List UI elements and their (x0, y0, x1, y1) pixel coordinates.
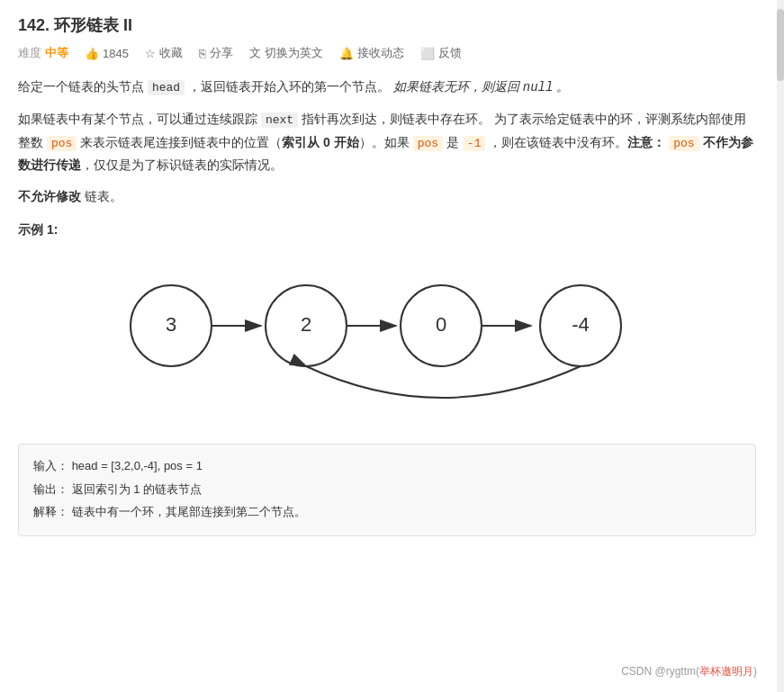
desc-note: 注意： (627, 135, 665, 149)
input-value: head = [3,2,0,-4], pos = 1 (72, 459, 203, 472)
desc-p1-null: null (523, 79, 554, 94)
explain-line: 解释： 链表中有一个环，其尾部连接到第二个节点。 (33, 501, 741, 522)
like-icon: 👍 (85, 47, 99, 60)
feedback-icon: ⬜ (420, 47, 435, 60)
feedback-label: 反馈 (438, 45, 462, 61)
translate-icon: 文 (249, 45, 261, 61)
share-item[interactable]: ⎘ 分享 (199, 45, 233, 61)
difficulty-item: 难度 中等 (18, 45, 68, 61)
bell-icon: 🔔 (339, 47, 354, 60)
svg-text:2: 2 (301, 313, 311, 336)
desc-bold-index: 索引从 0 开始 (282, 135, 359, 149)
notify-item[interactable]: 🔔 接收动态 (339, 45, 404, 61)
output-line: 输出： 返回索引为 1 的链表节点 (33, 479, 741, 499)
problem-title: 142. 环形链表 II (18, 14, 756, 36)
star-icon: ☆ (145, 47, 156, 60)
desc-pos-code: pos (47, 136, 77, 151)
desc-p1-code: head (148, 80, 185, 95)
watermark-prefix: CSDN @rygttm( (621, 665, 699, 678)
desc-para1: 给定一个链表的头节点 head ，返回链表开始入环的第一个节点。 如果链表无环，… (18, 76, 756, 99)
desc-para3: 不允许修改 链表。 (18, 185, 756, 208)
explain-value: 链表中有一个环，其尾部连接到第二个节点。 (72, 505, 306, 518)
csdn-watermark: CSDN @rygttm(举杯邀明月) (621, 664, 757, 679)
watermark-suffix: ) (753, 665, 757, 678)
explain-label: 解释： (33, 505, 68, 518)
desc-neg1-code: -1 (463, 136, 486, 151)
likes-count: 1845 (103, 47, 129, 60)
share-icon: ⎘ (199, 47, 206, 60)
example-title: 示例 1: (18, 222, 756, 238)
scrollbar-track[interactable] (777, 0, 784, 692)
output-value: 返回索引为 1 的链表节点 (72, 482, 202, 496)
collect-label: 收藏 (159, 45, 183, 61)
meta-bar: 难度 中等 👍 1845 ☆ 收藏 ⎘ 分享 文 切换为英文 🔔 接收动态 ⬜ … (18, 45, 756, 61)
collect-item[interactable]: ☆ 收藏 (145, 45, 183, 61)
scrollbar-thumb[interactable] (777, 9, 784, 81)
diagram-container: 3 2 0 -4 (18, 249, 756, 429)
watermark-highlight: 举杯邀明月 (699, 665, 753, 678)
description-section: 给定一个链表的头节点 head ，返回链表开始入环的第一个节点。 如果链表无环，… (18, 76, 756, 208)
switch-lang-item[interactable]: 文 切换为英文 (249, 45, 323, 61)
desc-p1-before: 给定一个链表的头节点 (18, 79, 148, 94)
desc-p1-italic: 如果链表无环，则返回 null 。 (390, 79, 569, 94)
desc-para2: 如果链表中有某个节点，可以通过连续跟踪 next 指针再次到达，则链表中存在环。… (18, 108, 756, 176)
example-code-block: 输入： head = [3,2,0,-4], pos = 1 输出： 返回索引为… (18, 444, 756, 535)
desc-next-code: next (261, 112, 298, 128)
svg-text:3: 3 (166, 313, 176, 336)
desc-pos3-code: pos (669, 136, 698, 151)
desc-no-modify: 不允许修改 (18, 189, 81, 203)
svg-text:0: 0 (436, 313, 446, 336)
notify-label: 接收动态 (357, 45, 404, 61)
input-label: 输入： (33, 459, 68, 472)
svg-text:-4: -4 (572, 313, 590, 336)
likes-item[interactable]: 👍 1845 (85, 47, 129, 60)
desc-p1-after: ，返回链表开始入环的第一个节点。 (185, 79, 390, 94)
output-label: 输出： (33, 482, 68, 496)
input-line: 输入： head = [3,2,0,-4], pos = 1 (33, 455, 741, 476)
share-label: 分享 (210, 45, 233, 61)
linked-list-diagram: 3 2 0 -4 (108, 249, 666, 429)
difficulty-value: 中等 (45, 45, 68, 61)
feedback-item[interactable]: ⬜ 反馈 (420, 45, 462, 61)
difficulty-label: 难度 (18, 45, 41, 61)
desc-pos2-code: pos (413, 136, 443, 151)
switch-lang-label: 切换为英文 (265, 45, 323, 61)
